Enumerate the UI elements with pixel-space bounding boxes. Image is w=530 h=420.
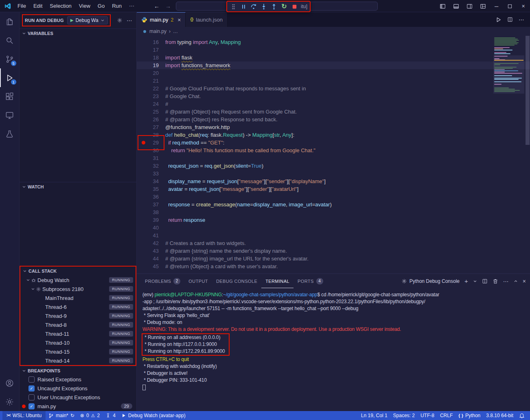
nav-forward-icon[interactable]: → — [165, 3, 171, 9]
callstack-row[interactable]: Thread-11RUNNING — [20, 329, 136, 338]
code-editor[interactable]: 16from typing import Any, Mapping1718imp… — [137, 36, 530, 273]
editor-more-actions[interactable]: ⋯ — [519, 16, 524, 23]
line-gutter[interactable]: 41 — [137, 232, 165, 239]
code-text[interactable]: avatar = request_json["message"]["sender… — [165, 185, 298, 193]
stop-button[interactable] — [290, 2, 299, 11]
terminal-launch-dropdown[interactable] — [473, 279, 477, 283]
panel-tab-debug-console[interactable]: DEBUG CONSOLE — [212, 274, 261, 288]
menu-file[interactable]: File — [14, 0, 30, 12]
status-python-version[interactable]: 3.8.10 64-bit — [483, 411, 516, 420]
terminal-more-actions[interactable]: ⋯ — [503, 278, 509, 284]
line-gutter[interactable]: 23 — [137, 92, 165, 100]
new-terminal[interactable]: + — [464, 278, 468, 284]
toggle-secondary-sidebar[interactable] — [463, 0, 476, 12]
activitybar-run-and-debug[interactable]: 1 — [0, 68, 20, 87]
split-terminal[interactable] — [482, 278, 488, 284]
debug-more-actions[interactable]: ⋯ — [127, 18, 132, 23]
callstack-row[interactable]: Thread-8RUNNING — [20, 320, 136, 329]
breakpoint-row[interactable]: User Uncaught Exceptions — [20, 393, 136, 402]
checkbox[interactable] — [28, 394, 35, 400]
line-gutter[interactable]: 32 — [137, 162, 165, 170]
line-gutter[interactable]: 31 — [137, 154, 165, 162]
activitybar-settings[interactable] — [0, 392, 20, 411]
line-gutter[interactable]: 36 — [137, 193, 165, 201]
section-variables[interactable]: VARIABLES — [20, 28, 136, 37]
code-text[interactable]: # @param {Object} req Request sent from … — [165, 108, 297, 116]
line-gutter[interactable]: 33 — [137, 170, 165, 177]
tab-main.py[interactable]: main.py2× — [137, 12, 186, 27]
code-text[interactable]: # Creates a card with two widgets. — [165, 239, 246, 247]
activitybar-extensions[interactable] — [0, 87, 20, 106]
callstack-row[interactable]: Thread-15RUNNING — [20, 347, 136, 356]
line-gutter[interactable]: 34 — [137, 177, 165, 185]
run-python-file[interactable] — [495, 17, 502, 23]
code-line-43[interactable]: 43# @param {string} name the sender's di… — [137, 247, 530, 255]
code-text[interactable]: # — [165, 100, 168, 108]
code-line-17[interactable]: 17 — [137, 46, 530, 54]
menu-run[interactable]: Run — [108, 0, 125, 12]
status-indentation[interactable]: Spaces: 2 — [390, 411, 418, 420]
code-line-31[interactable]: 31 — [137, 154, 530, 162]
code-text[interactable]: # @param {string} name the sender's disp… — [165, 247, 287, 255]
line-gutter[interactable]: 37 — [137, 201, 165, 208]
line-gutter[interactable]: 24 — [137, 100, 165, 108]
line-gutter[interactable]: 25 — [137, 108, 165, 116]
section-breakpoints[interactable]: BREAKPOINTS — [20, 366, 136, 375]
callstack-row[interactable]: Thread-14RUNNING — [20, 356, 136, 365]
tab-launch.json[interactable]: {}launch.json — [186, 12, 228, 27]
status-debug-session[interactable]: Debug Watch (avatar-app) — [118, 411, 188, 420]
callstack-row[interactable]: Subprocess 2180RUNNING — [20, 284, 136, 293]
code-text[interactable]: @functions_framework.http — [165, 123, 230, 131]
status-notifications[interactable] — [516, 411, 528, 420]
callstack-row[interactable]: MainThreadRUNNING — [20, 293, 136, 302]
menu-selection[interactable]: Selection — [46, 0, 75, 12]
line-gutter[interactable]: 43 — [137, 247, 165, 255]
checkbox[interactable] — [28, 376, 35, 383]
status-encoding[interactable]: UTF-8 — [418, 411, 437, 420]
breakpoint-row[interactable]: ✓Uncaught Exceptions — [20, 384, 136, 393]
panel-tab-terminal[interactable]: TERMINAL — [261, 274, 293, 288]
line-gutter[interactable]: 27 — [137, 123, 165, 131]
breadcrumb-symbol[interactable]: … — [173, 28, 178, 34]
terminal[interactable]: (env) pierrick@LAPTOP-HKU5PNNG:~/git/goo… — [137, 288, 530, 411]
status-problems-status[interactable]: ⊗0⚠2 — [77, 411, 103, 420]
line-gutter[interactable]: 19 — [137, 61, 165, 69]
customize-layout[interactable] — [476, 0, 490, 12]
menu-edit[interactable]: Edit — [30, 0, 46, 12]
code-line-38[interactable]: 38 — [137, 208, 530, 216]
line-gutter[interactable]: 21 — [137, 77, 165, 85]
activitybar-search[interactable] — [0, 31, 20, 50]
code-text[interactable]: response = create_message(name=display_n… — [165, 201, 332, 208]
step-out-button[interactable] — [269, 2, 278, 11]
code-line-23[interactable]: 23# Google Chat. — [137, 92, 530, 100]
code-text[interactable]: # @param {string} image_url the URL for … — [165, 255, 309, 262]
code-line-22[interactable]: 22# Google Cloud Function that responds … — [137, 85, 530, 92]
panel-tab-problems[interactable]: PROBLEMS2 — [141, 274, 184, 288]
code-text[interactable]: # Google Cloud Function that responds to… — [165, 85, 306, 92]
code-line-21[interactable]: 21 — [137, 77, 530, 85]
line-gutter[interactable]: 40 — [137, 224, 165, 232]
editor-scrollbar[interactable] — [526, 36, 530, 145]
close-icon[interactable]: × — [177, 17, 181, 23]
code-line-24[interactable]: 24# — [137, 100, 530, 108]
code-text[interactable]: # Google Chat. — [165, 92, 201, 100]
breakpoint-row[interactable]: ✓main.py29 — [20, 402, 136, 411]
terminal-instance-selector[interactable]: Python Debug Console — [401, 278, 460, 284]
code-line-19[interactable]: 19import functions_framework — [137, 61, 530, 69]
step-over-button[interactable] — [249, 2, 258, 11]
line-gutter[interactable]: 22 — [137, 85, 165, 92]
menu-overflow[interactable]: ⋯ — [125, 0, 138, 12]
code-line-20[interactable]: 20 — [137, 69, 530, 77]
breakpoint-row[interactable]: Raised Exceptions — [20, 375, 136, 384]
line-gutter[interactable]: 20 — [137, 69, 165, 77]
restart-button[interactable]: ↻ — [280, 2, 289, 11]
kill-terminal[interactable] — [493, 278, 498, 284]
status-eol-sequence[interactable]: CRLF — [437, 411, 456, 420]
code-text[interactable]: # @param {Object} res Response to send b… — [165, 116, 278, 123]
line-gutter[interactable]: 29 — [137, 139, 165, 147]
close-panel[interactable]: × — [523, 278, 526, 284]
line-gutter[interactable]: 18 — [137, 54, 165, 61]
code-line-25[interactable]: 25# @param {Object} req Request sent fro… — [137, 108, 530, 116]
code-line-33[interactable]: 33 — [137, 170, 530, 177]
section-watch[interactable]: WATCH — [20, 182, 136, 191]
